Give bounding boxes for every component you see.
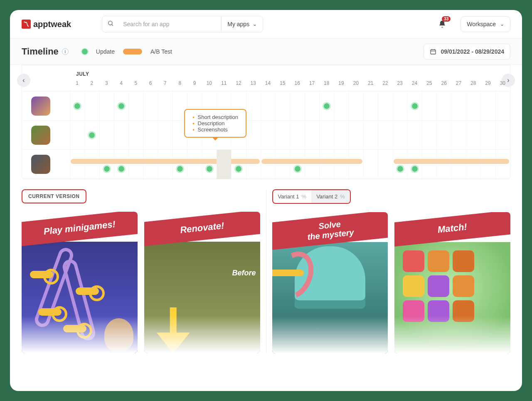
timeline-cell[interactable] bbox=[246, 92, 261, 120]
timeline-cell[interactable] bbox=[436, 150, 451, 178]
timeline-cell[interactable] bbox=[128, 121, 143, 149]
timeline-cell[interactable] bbox=[451, 92, 466, 120]
timeline-cell[interactable] bbox=[422, 121, 436, 149]
variant-2-tab[interactable]: Variant 2% bbox=[311, 190, 350, 203]
timeline-cell[interactable] bbox=[378, 121, 392, 149]
timeline-cell[interactable] bbox=[480, 92, 495, 120]
timeline-cell[interactable] bbox=[187, 150, 202, 178]
screenshot-minigames[interactable]: Play minigames! bbox=[22, 212, 138, 353]
update-dot[interactable] bbox=[74, 103, 80, 109]
timeline-cell[interactable] bbox=[275, 121, 290, 149]
timeline-cell[interactable] bbox=[143, 92, 158, 120]
timeline-cell[interactable] bbox=[495, 92, 510, 120]
timeline-cell[interactable] bbox=[393, 150, 407, 178]
timeline-cell[interactable] bbox=[349, 92, 363, 120]
app-icon[interactable] bbox=[31, 126, 50, 145]
timeline-cell[interactable] bbox=[275, 92, 290, 120]
timeline-cell[interactable] bbox=[334, 121, 348, 149]
date-range-button[interactable]: 09/01/2022 - 08/29/2024 bbox=[424, 44, 510, 59]
update-dot[interactable] bbox=[89, 132, 95, 138]
update-dot[interactable] bbox=[412, 166, 418, 172]
timeline-cell[interactable] bbox=[158, 121, 172, 149]
timeline-cell[interactable] bbox=[363, 150, 378, 178]
update-dot[interactable] bbox=[295, 166, 300, 172]
timeline-cell[interactable] bbox=[466, 150, 480, 178]
timeline-cell[interactable] bbox=[422, 92, 436, 120]
timeline-cell[interactable] bbox=[84, 121, 99, 149]
timeline-cell[interactable] bbox=[363, 121, 378, 149]
timeline-cell[interactable] bbox=[114, 121, 128, 149]
search-input[interactable] bbox=[118, 21, 221, 27]
timeline-cell[interactable] bbox=[305, 92, 319, 120]
timeline-cell[interactable] bbox=[378, 150, 392, 178]
timeline-cell[interactable] bbox=[172, 150, 187, 178]
timeline-cell[interactable] bbox=[319, 150, 334, 178]
timeline-cell[interactable] bbox=[128, 92, 143, 120]
timeline-cell[interactable] bbox=[305, 150, 319, 178]
timeline-cell[interactable] bbox=[466, 92, 480, 120]
timeline-cell[interactable] bbox=[407, 150, 422, 178]
timeline-cell[interactable] bbox=[70, 150, 84, 178]
ab-test-bar[interactable] bbox=[394, 159, 509, 164]
timeline-cell[interactable] bbox=[466, 121, 480, 149]
timeline-cell[interactable] bbox=[143, 150, 158, 178]
timeline-cell[interactable] bbox=[407, 92, 422, 120]
timeline-cell[interactable] bbox=[436, 121, 451, 149]
timeline-cell[interactable] bbox=[202, 150, 217, 178]
timeline-cell[interactable] bbox=[128, 150, 143, 178]
timeline-cell[interactable] bbox=[334, 150, 348, 178]
app-icon[interactable] bbox=[31, 97, 50, 116]
info-icon[interactable]: i bbox=[62, 48, 69, 55]
timeline-cell[interactable] bbox=[451, 121, 466, 149]
screenshot-mystery[interactable]: Solve the mystery bbox=[272, 212, 388, 354]
ab-test-bar[interactable] bbox=[261, 159, 362, 164]
timeline-cell[interactable] bbox=[99, 150, 114, 178]
timeline-cell[interactable] bbox=[99, 92, 114, 120]
update-dot[interactable] bbox=[236, 166, 241, 172]
notifications-button[interactable]: 33 bbox=[436, 18, 448, 30]
timeline-cell[interactable] bbox=[261, 121, 275, 149]
timeline-cell[interactable] bbox=[407, 121, 422, 149]
timeline-cell[interactable] bbox=[305, 121, 319, 149]
timeline-cell[interactable] bbox=[319, 92, 334, 120]
update-dot[interactable] bbox=[104, 166, 110, 172]
brand-logo[interactable]: 〽 apptweak bbox=[22, 20, 71, 29]
timeline-cell[interactable] bbox=[422, 150, 436, 178]
timeline-cell[interactable] bbox=[246, 150, 261, 178]
timeline-cell[interactable] bbox=[246, 121, 261, 149]
timeline-cell[interactable] bbox=[436, 92, 451, 120]
timeline-cell[interactable] bbox=[349, 121, 363, 149]
update-dot[interactable] bbox=[207, 166, 212, 172]
timeline-cell[interactable] bbox=[290, 121, 304, 149]
timeline-cell[interactable] bbox=[114, 150, 128, 178]
timeline-cell[interactable] bbox=[84, 92, 99, 120]
ab-test-bar[interactable] bbox=[71, 159, 260, 164]
workspace-button[interactable]: Workspace ⌄ bbox=[461, 16, 510, 32]
timeline-cell[interactable] bbox=[261, 150, 275, 178]
update-dot[interactable] bbox=[177, 166, 183, 172]
timeline-cell[interactable] bbox=[495, 121, 510, 149]
update-dot[interactable] bbox=[397, 166, 403, 172]
timeline-cell[interactable] bbox=[451, 150, 466, 178]
app-icon[interactable] bbox=[31, 155, 50, 174]
timeline-cell[interactable] bbox=[158, 150, 172, 178]
timeline-cell[interactable] bbox=[290, 150, 304, 178]
timeline-cell[interactable] bbox=[275, 150, 290, 178]
screenshot-match[interactable]: Match! bbox=[394, 212, 510, 354]
timeline-cell[interactable] bbox=[480, 121, 495, 149]
timeline-cell[interactable] bbox=[70, 92, 84, 120]
timeline-cell[interactable] bbox=[480, 150, 495, 178]
timeline-cell[interactable] bbox=[84, 150, 99, 178]
timeline-cell[interactable] bbox=[393, 121, 407, 149]
timeline-cell[interactable] bbox=[363, 92, 378, 120]
update-dot[interactable] bbox=[118, 166, 124, 172]
timeline-cell[interactable] bbox=[290, 92, 304, 120]
timeline-cell[interactable] bbox=[114, 92, 128, 120]
variant-1-tab[interactable]: Variant 1% bbox=[273, 190, 312, 203]
timeline-cell[interactable] bbox=[393, 92, 407, 120]
timeline-cell[interactable] bbox=[261, 92, 275, 120]
timeline-cell[interactable] bbox=[334, 92, 348, 120]
timeline-cell[interactable] bbox=[349, 150, 363, 178]
timeline-cell[interactable] bbox=[319, 121, 334, 149]
my-apps-button[interactable]: My apps ⌄ bbox=[221, 16, 263, 32]
